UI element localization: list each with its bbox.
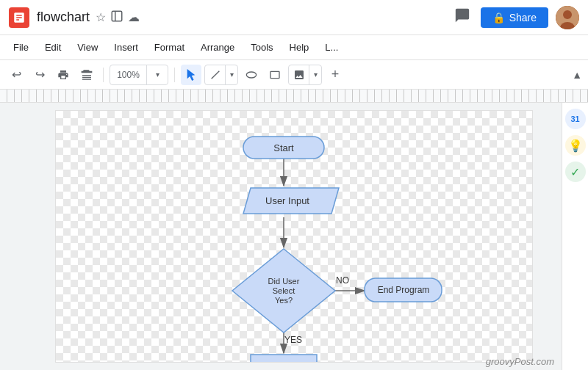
watermark: groovyPost.com (486, 356, 554, 367)
ruler (0, 90, 588, 103)
svg-point-6 (246, 72, 256, 78)
side-panel: 31 💡 ✓ (562, 103, 588, 370)
tasks-button[interactable]: ✓ (565, 162, 586, 182)
zoom-control[interactable]: 100% ▾ (110, 65, 168, 85)
image-dropdown[interactable]: ▾ (309, 65, 321, 85)
undo-button[interactable]: ↩ (6, 65, 26, 85)
svg-rect-0 (112, 11, 122, 21)
header-right: 🔒 Share (451, 4, 579, 30)
svg-line-5 (211, 70, 219, 79)
app-logo (9, 7, 29, 28)
svg-text:Select: Select (273, 286, 295, 295)
line-tool[interactable] (205, 65, 226, 85)
cloud-icon[interactable]: ☁ (128, 10, 140, 24)
menu-edit[interactable]: Edit (37, 39, 68, 56)
image-tool-group[interactable]: ▾ (288, 65, 322, 85)
svg-rect-7 (270, 71, 279, 78)
svg-point-3 (563, 10, 572, 19)
insert-button[interactable]: + (325, 65, 345, 85)
svg-text:Yes?: Yes? (275, 296, 293, 305)
title-icons: ☆ ☁ (96, 10, 140, 26)
shape-oval-tool[interactable] (241, 65, 262, 85)
svg-text:Start: Start (273, 142, 294, 153)
separator-2 (174, 68, 175, 82)
svg-text:User Input: User Input (265, 195, 309, 206)
svg-text:Did User: Did User (268, 277, 300, 286)
comment-button[interactable] (451, 4, 473, 30)
select-tool[interactable] (181, 65, 201, 85)
redo-button[interactable]: ↪ (29, 65, 50, 85)
svg-text:End Program: End Program (378, 285, 430, 295)
lightbulb-button[interactable]: 💡 (565, 135, 586, 156)
menu-file[interactable]: File (6, 39, 36, 56)
doc-title[interactable]: flowchart (37, 10, 90, 25)
paint-format-button[interactable] (76, 65, 97, 85)
menu-arrange[interactable]: Arrange (193, 39, 242, 56)
svg-marker-25 (251, 355, 317, 362)
menu-bar: File Edit View Insert Format Arrange Too… (0, 35, 588, 60)
menu-format[interactable]: Format (147, 39, 192, 56)
canvas-area: Start User Input Did User Select Yes? NO… (0, 103, 588, 370)
star-icon[interactable]: ☆ (96, 10, 106, 24)
menu-view[interactable]: View (70, 39, 105, 56)
drawing-canvas[interactable]: Start User Input Did User Select Yes? NO… (55, 110, 533, 363)
separator-1 (103, 68, 104, 82)
svg-text:YES: YES (284, 335, 302, 345)
share-button[interactable]: 🔒 Share (481, 7, 548, 28)
shape-rect-tool[interactable] (265, 65, 285, 85)
zoom-level[interactable]: 100% (110, 65, 147, 85)
menu-more[interactable]: L... (318, 39, 345, 56)
line-dropdown[interactable]: ▾ (226, 65, 237, 85)
toolbar: ↩ ↪ 100% ▾ ▾ ▾ + ▲ (0, 60, 588, 90)
menu-insert[interactable]: Insert (107, 39, 146, 56)
print-button[interactable] (53, 65, 74, 85)
toolbar-collapse-button[interactable]: ▲ (572, 69, 582, 81)
line-tool-group[interactable]: ▾ (204, 65, 238, 85)
svg-text:NO: NO (336, 275, 349, 286)
zoom-dropdown[interactable]: ▾ (147, 65, 168, 85)
menu-help[interactable]: Help (282, 39, 317, 56)
drive-icon[interactable] (110, 10, 123, 26)
image-tool[interactable] (289, 65, 309, 85)
menu-tools[interactable]: Tools (243, 39, 280, 56)
lock-icon: 🔒 (492, 12, 505, 23)
calendar-button[interactable]: 31 (565, 109, 586, 129)
user-avatar[interactable] (556, 6, 579, 29)
